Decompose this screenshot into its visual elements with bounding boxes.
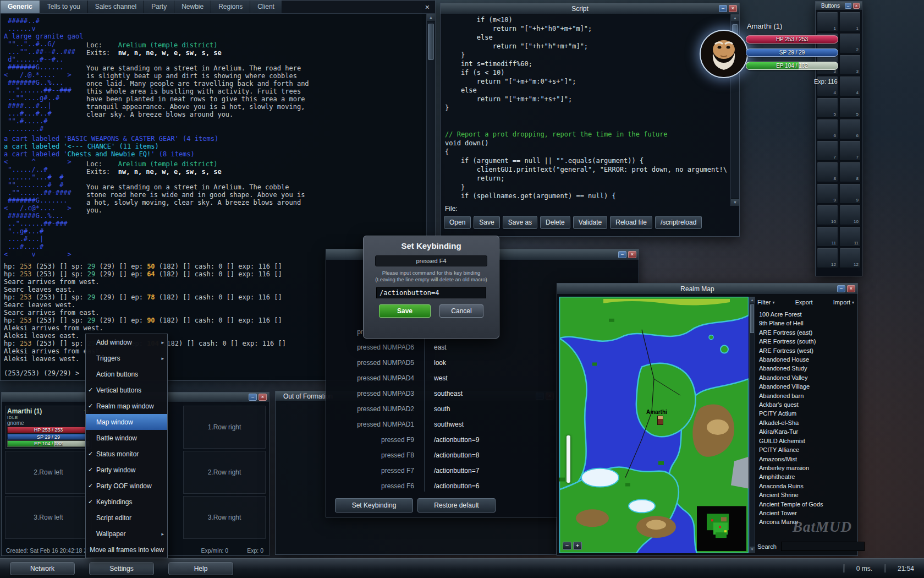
realm-map-canvas[interactable]: Amarthi − + <box>559 297 749 553</box>
close-icon[interactable]: × <box>729 5 737 12</box>
import-dropdown[interactable]: Import ▾ <box>833 299 854 306</box>
location-item[interactable]: Amphitheatre <box>757 472 854 481</box>
close-icon[interactable]: × <box>853 3 860 9</box>
menu-item-keybindings[interactable]: ✓Keybindings <box>86 494 167 510</box>
scroll-down-icon[interactable]: ▼ <box>731 198 739 206</box>
action-button-7[interactable]: 7 <box>817 140 838 161</box>
formation-slot[interactable]: 1.Row right <box>183 406 266 449</box>
scroll-up-icon[interactable]: ▲ <box>750 297 755 303</box>
menu-item-move-all-frames-into-view[interactable]: Move all frames into view <box>86 542 167 558</box>
location-item[interactable]: Ackbar's quest <box>757 400 854 409</box>
save-as-button[interactable]: Save as <box>503 216 537 229</box>
scriptreload-button[interactable]: /scriptreload <box>655 216 702 229</box>
location-item[interactable]: ARE Fortress (south) <box>757 337 854 346</box>
save-button[interactable]: Save <box>379 304 431 318</box>
menu-item-script-editor[interactable]: Script editor <box>86 510 167 526</box>
delete-button[interactable]: Delete <box>540 216 570 229</box>
minimize-icon[interactable]: – <box>845 3 851 9</box>
menu-item-vertical-buttons[interactable]: ✓Vertical buttons <box>86 382 167 398</box>
network-button[interactable]: Network <box>10 562 75 575</box>
restore-default-button[interactable]: Restore default <box>417 498 496 512</box>
action-button-5[interactable]: 5 <box>817 97 838 118</box>
tab-newbie[interactable]: Newbie <box>174 1 211 13</box>
tab-sales-channel[interactable]: Sales channel <box>88 1 144 13</box>
minimize-icon[interactable]: – <box>249 394 257 401</box>
menu-item-realm-map-window[interactable]: ✓Realm map window <box>86 398 167 414</box>
settings-button[interactable]: Settings <box>89 562 154 575</box>
scroll-up-icon[interactable]: ▲ <box>427 14 435 21</box>
location-list-scrollbar[interactable]: ▲ ▼ <box>749 297 755 553</box>
location-item[interactable]: 100 Acre Forest <box>757 310 854 319</box>
location-item[interactable]: Abandoned barn <box>757 391 854 400</box>
tab-regions[interactable]: Regions <box>211 1 250 13</box>
location-item[interactable]: Ancient Shrine <box>757 490 854 499</box>
command-input[interactable] <box>376 287 486 298</box>
formation-slot[interactable]: 2.Row left <box>5 451 92 494</box>
action-button-12[interactable]: 12 <box>817 248 838 268</box>
scrollbar-thumb[interactable] <box>428 24 434 60</box>
location-item[interactable]: Abandoned House <box>757 355 854 364</box>
formation-slot[interactable]: 2.Row right <box>183 451 266 494</box>
action-button-12[interactable]: 12 <box>839 248 861 268</box>
formation-slot[interactable]: 3.Row left <box>5 496 92 539</box>
realm-map-titlebar[interactable]: Realm Map – × <box>557 283 857 295</box>
menu-item-party-window[interactable]: ✓Party window <box>86 462 167 478</box>
location-item[interactable]: Anaconda Ruins <box>757 482 854 490</box>
tab-party[interactable]: Party <box>144 1 174 13</box>
map-zoom-slider[interactable] <box>566 435 570 483</box>
menu-item-add-window[interactable]: Add window▸ <box>86 334 167 350</box>
open-button[interactable]: Open <box>444 216 471 229</box>
set-keybinding-button[interactable]: Set Keybinding <box>335 498 413 512</box>
action-button-9[interactable]: 9 <box>839 183 861 204</box>
script-titlebar[interactable]: Script – × <box>441 3 739 14</box>
action-button-11[interactable]: 11 <box>817 226 838 247</box>
location-item[interactable]: Afkadel-el-Sha <box>757 418 854 427</box>
action-button-11[interactable]: 11 <box>839 226 861 247</box>
close-icon[interactable]: × <box>420 1 435 13</box>
action-button-9[interactable]: 9 <box>817 183 838 204</box>
minimize-icon[interactable]: – <box>618 251 626 258</box>
action-button-10[interactable]: 10 <box>839 205 861 225</box>
zoom-out-button[interactable]: − <box>563 542 571 550</box>
menu-item-status-monitor[interactable]: ✓Status monitor <box>86 446 167 462</box>
action-button-6[interactable]: 6 <box>817 119 838 139</box>
minimize-icon[interactable]: – <box>719 5 727 12</box>
menu-item-wallpaper[interactable]: Wallpaper▸ <box>86 526 167 542</box>
filter-dropdown[interactable]: Filter ▾ <box>757 299 774 306</box>
character-portrait[interactable] <box>700 30 748 78</box>
party-member-card[interactable]: Amarthi (1) ★ IDLE gnome HP 253 / 253 SP… <box>5 406 92 449</box>
menu-item-battle-window[interactable]: Battle window <box>86 430 167 446</box>
action-button-7[interactable]: 7 <box>839 140 861 161</box>
scrollbar-thumb[interactable] <box>750 304 754 333</box>
location-item[interactable]: GUILD Alchemist <box>757 437 854 445</box>
search-input[interactable] <box>781 542 865 551</box>
location-item[interactable]: Abandoned Village <box>757 382 854 391</box>
validate-button[interactable]: Validate <box>573 216 607 229</box>
scroll-down-icon[interactable]: ▼ <box>750 547 755 553</box>
location-item[interactable]: Abandoned Study <box>757 364 854 373</box>
location-item[interactable]: PCITY Actium <box>757 409 854 418</box>
close-icon[interactable]: × <box>628 251 636 258</box>
reload-file-button[interactable]: Reload file <box>610 216 652 229</box>
minimize-icon[interactable]: – <box>837 285 845 292</box>
close-icon[interactable]: × <box>258 394 267 401</box>
location-item[interactable]: Ancient Tower <box>757 509 854 517</box>
action-button-6[interactable]: 6 <box>839 119 861 139</box>
location-item[interactable]: Amberley mansion <box>757 464 854 472</box>
action-button-10[interactable]: 10 <box>817 205 838 225</box>
location-item[interactable]: Ancona Manor <box>757 517 854 526</box>
tab-client[interactable]: Client <box>250 1 282 13</box>
script-code-area[interactable]: if (m<10) return "["+h+"h0"+m+"m]"; else… <box>445 15 727 203</box>
save-button[interactable]: Save <box>474 216 499 229</box>
menu-item-party-oof-window[interactable]: ✓Party OOF window <box>86 478 167 494</box>
location-item[interactable]: ARE Fortress (west) <box>757 346 854 355</box>
action-button-8[interactable]: 8 <box>817 162 838 182</box>
tab-generic[interactable]: Generic <box>1 1 40 13</box>
close-icon[interactable]: × <box>847 285 855 292</box>
location-item[interactable]: Ancient Temple of Gods <box>757 500 854 509</box>
menu-item-action-buttons[interactable]: Action buttons <box>86 366 167 382</box>
scroll-up-icon[interactable]: ▲ <box>731 14 739 22</box>
menu-item-triggers[interactable]: Triggers▸ <box>86 350 167 366</box>
buttons-titlebar[interactable]: Buttons – × <box>816 2 862 10</box>
action-button-8[interactable]: 8 <box>839 162 861 182</box>
